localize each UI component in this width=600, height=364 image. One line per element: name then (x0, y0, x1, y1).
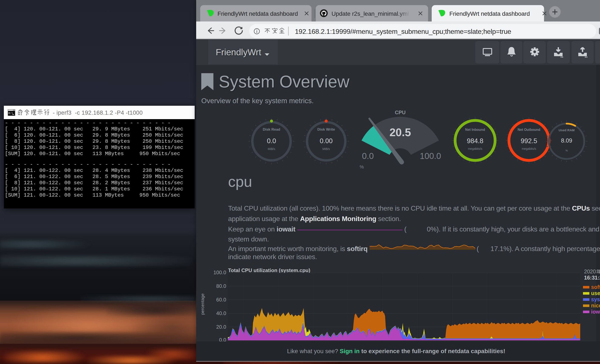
svg-text:%: % (565, 149, 568, 152)
svg-text:CPU: CPU (395, 110, 406, 115)
svg-text:Net Outbound: Net Outbound (518, 128, 540, 131)
svg-text:8.09: 8.09 (561, 137, 572, 144)
svg-text:Used RAM: Used RAM (559, 128, 574, 132)
svg-text:0.00: 0.00 (320, 137, 333, 145)
svg-text:992.5: 992.5 (521, 137, 537, 145)
svg-text:megabits/s: megabits/s (522, 147, 536, 150)
svg-text:Disk Read: Disk Read (263, 127, 280, 131)
svg-text:984.8: 984.8 (467, 137, 483, 145)
svg-text:20.5: 20.5 (389, 126, 411, 139)
svg-text:Disk Write: Disk Write (318, 127, 335, 131)
svg-text:Net Inbound: Net Inbound (465, 128, 485, 131)
svg-text:0.0: 0.0 (267, 137, 276, 145)
svg-text:MiB/s: MiB/s (323, 147, 330, 151)
svg-text:megabits/s: megabits/s (468, 147, 482, 150)
svg-text:MiB/s: MiB/s (268, 147, 275, 151)
